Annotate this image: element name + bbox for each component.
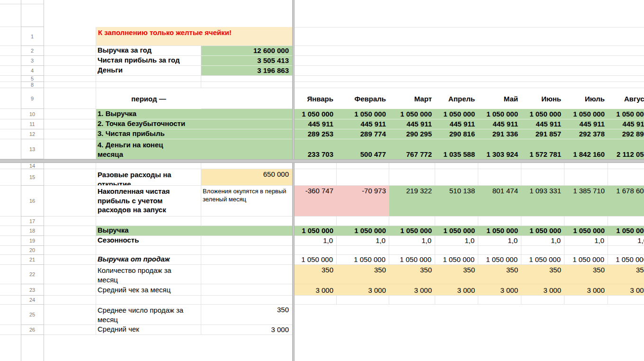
cell-d2[interactable]: 12 600 000 (201, 46, 292, 56)
cell-month5-row20[interactable] (478, 246, 521, 255)
cell-month1-row21[interactable]: 1 050 000 (295, 255, 337, 265)
cell-month5-row13[interactable]: 1 303 924 (478, 139, 521, 159)
cell-month6-row13[interactable]: 1 572 781 (521, 139, 564, 159)
cell-a13[interactable] (0, 139, 21, 159)
cell-month3-row11[interactable]: 445 911 (389, 119, 435, 129)
cell-month1-row23[interactable]: 3 000 (295, 284, 337, 296)
cell-month5-row11[interactable]: 445 911 (478, 119, 521, 129)
cell-b16[interactable] (44, 186, 96, 217)
cell-month1-row17[interactable] (295, 217, 337, 226)
cell-month5-row15[interactable] (478, 169, 521, 186)
cell-month2-row18[interactable]: 1 050 000 (337, 226, 389, 236)
cell-b12[interactable] (44, 129, 96, 139)
cell-month8-row10[interactable]: 1 050 000 (608, 109, 644, 119)
cell-month8-row14[interactable] (608, 163, 644, 169)
cell-d26[interactable]: 3 000 (201, 325, 292, 335)
cell-month2-row10[interactable]: 1 050 000 (337, 109, 389, 119)
cell-month4-row23[interactable]: 3 000 (435, 284, 478, 296)
month-header-2[interactable]: Февраль (337, 88, 389, 109)
cell-c18-band[interactable]: Выручка (96, 226, 292, 236)
cell-b3[interactable] (44, 56, 96, 66)
cell-month8-row17[interactable] (608, 217, 644, 226)
cell-month7-row18[interactable]: 1 050 000 (564, 226, 608, 236)
cell-month4-row14[interactable] (435, 163, 478, 169)
cell-month6-row20[interactable] (521, 246, 564, 255)
cell-b10[interactable] (44, 109, 96, 119)
cell-month6-row11[interactable]: 445 911 (521, 119, 564, 129)
cell-c25[interactable]: Среднее число продаж за месяц (96, 305, 201, 325)
cell-a8[interactable] (0, 82, 21, 88)
cell-a22[interactable] (0, 265, 21, 284)
cell-a25[interactable] (0, 305, 21, 325)
cell-month8-row16[interactable]: 1 678 609 (608, 186, 644, 217)
cell-b17[interactable] (44, 217, 96, 226)
cell-month7-row23[interactable]: 3 000 (564, 284, 608, 296)
cell-month2-row24[interactable] (337, 296, 389, 305)
cell-month4-row15[interactable] (435, 169, 478, 186)
cell-month7-row15[interactable] (564, 169, 608, 186)
cell-month7-row10[interactable]: 1 050 000 (564, 109, 608, 119)
row-header-18[interactable]: 18 (21, 226, 44, 236)
cell-month6-row19[interactable]: 1,0 (521, 236, 564, 246)
cell-c4[interactable]: Деньги (96, 66, 201, 76)
cell-a12[interactable] (0, 129, 21, 139)
cell-month1-row16[interactable]: -360 747 (295, 186, 337, 217)
row-header-25[interactable]: 25 (21, 305, 44, 325)
cell-month3-row15[interactable] (389, 169, 435, 186)
frozen-column-divider[interactable] (292, 0, 295, 361)
cell-month6-row22[interactable]: 350 (521, 265, 564, 284)
cell-month1-row12[interactable]: 289 253 (295, 129, 337, 139)
cell-month5-row22[interactable]: 350 (478, 265, 521, 284)
row-header-10[interactable]: 10 (21, 109, 44, 119)
cell-month7-row17[interactable] (564, 217, 608, 226)
cell-month7-row24[interactable] (564, 296, 608, 305)
row-header-2[interactable]: 2 (21, 46, 44, 56)
cell-month4-row24[interactable] (435, 296, 478, 305)
row-header-12[interactable]: 12 (21, 129, 44, 139)
cell-month2-row12[interactable]: 289 774 (337, 129, 389, 139)
cell-d23[interactable] (201, 284, 292, 296)
cell-c5[interactable] (96, 76, 201, 82)
cell-month4-row21[interactable]: 1 050 000 (435, 255, 478, 265)
cell-month7-row11[interactable]: 445 911 (564, 119, 608, 129)
cell-a23[interactable] (0, 284, 21, 296)
cell-c17[interactable] (96, 217, 201, 226)
cell-b24[interactable] (44, 296, 96, 305)
cell-b13[interactable] (44, 139, 96, 159)
cell-a5[interactable] (0, 76, 21, 82)
cell-d8[interactable] (201, 82, 292, 88)
cell-month3-row12[interactable]: 290 295 (389, 129, 435, 139)
cell-month1-row15[interactable] (295, 169, 337, 186)
cell-month6-row16[interactable]: 1 093 331 (521, 186, 564, 217)
cell-month2-row20[interactable] (337, 246, 389, 255)
cell-month2-row13[interactable]: 500 477 (337, 139, 389, 159)
cell-month4-row10[interactable]: 1 050 000 (435, 109, 478, 119)
cell-d17[interactable] (201, 217, 292, 226)
cell-month5-row14[interactable] (478, 163, 521, 169)
spreadsheet-grid[interactable]: К заполнению только желтые ячейки! перио… (0, 0, 644, 361)
row-header-24[interactable]: 24 (21, 296, 44, 305)
cell-month4-row22[interactable]: 350 (435, 265, 478, 284)
cell-month3-row23[interactable]: 3 000 (389, 284, 435, 296)
cell-b8[interactable] (44, 82, 96, 88)
cell-c3[interactable]: Чистая прибыль за год (96, 56, 201, 66)
cell-a3[interactable] (0, 56, 21, 66)
cell-month4-row16[interactable]: 510 138 (435, 186, 478, 217)
cell-month7-row19[interactable]: 1,0 (564, 236, 608, 246)
row-header-22[interactable]: 22 (21, 265, 44, 284)
cell-month4-row13[interactable]: 1 035 588 (435, 139, 478, 159)
cell-b23[interactable] (44, 284, 96, 296)
cell-d25[interactable]: 350 (201, 305, 292, 325)
cell-month5-row17[interactable] (478, 217, 521, 226)
cell-b19[interactable] (44, 236, 96, 246)
cell-month7-row12[interactable]: 292 378 (564, 129, 608, 139)
cell-d3[interactable]: 3 505 413 (201, 56, 292, 66)
cell-a16[interactable] (0, 186, 21, 217)
cells-months-row2[interactable] (295, 46, 644, 56)
cell-b5[interactable] (44, 76, 96, 82)
cell-month5-row23[interactable]: 3 000 (478, 284, 521, 296)
cell-month7-row20[interactable] (564, 246, 608, 255)
cell-b21[interactable] (44, 255, 96, 265)
cell-c12-band[interactable]: 3. Чистая прибыль (96, 129, 292, 139)
month-header-3[interactable]: Март (389, 88, 435, 109)
